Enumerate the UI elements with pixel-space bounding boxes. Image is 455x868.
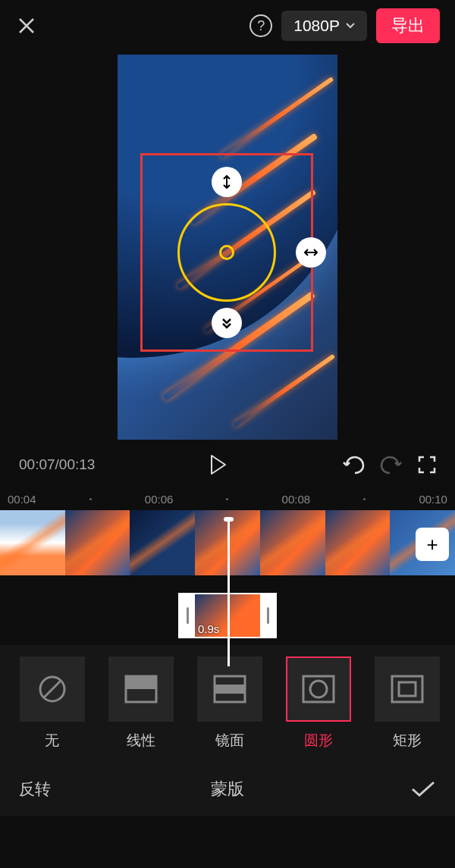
resolution-dropdown[interactable]: 1080P <box>281 11 367 41</box>
export-button[interactable]: 导出 <box>376 8 440 43</box>
clip-trim-left[interactable] <box>180 594 195 637</box>
resolution-label: 1080P <box>293 17 340 35</box>
time-display: 00:07/00:13 <box>19 456 95 473</box>
clip-duration-label: 0.9s <box>198 622 219 635</box>
checkmark-icon <box>410 780 436 798</box>
chevron-down-icon <box>346 23 355 29</box>
play-button[interactable] <box>209 454 228 475</box>
help-button[interactable]: ? <box>249 14 272 37</box>
fullscreen-icon <box>418 456 436 474</box>
undo-button[interactable] <box>342 455 365 475</box>
mask-feather-handle[interactable] <box>212 308 242 338</box>
preview-frame <box>118 55 337 440</box>
svg-line-1 <box>44 681 61 697</box>
double-chevron-down-icon <box>220 316 234 330</box>
linear-icon <box>124 674 158 704</box>
ruler-mark: 00:10 <box>419 493 447 506</box>
close-button[interactable] <box>15 14 38 37</box>
add-clip-button[interactable]: + <box>416 528 449 561</box>
mask-circle-outline <box>177 203 276 302</box>
preview-area[interactable] <box>0 52 455 442</box>
invert-button[interactable]: 反转 <box>19 779 51 800</box>
clip-thumbnail[interactable] <box>65 510 130 575</box>
clip-thumbnail[interactable] <box>130 510 195 575</box>
mask-center-point <box>219 245 234 260</box>
mask-option-circle[interactable]: 圆形 <box>281 656 355 763</box>
ruler-mark: 00:06 <box>145 493 174 506</box>
play-icon <box>209 454 228 475</box>
mask-vertical-handle[interactable] <box>212 167 242 197</box>
mask-option-label: 圆形 <box>304 731 333 750</box>
mask-option-mirror[interactable]: 镜面 <box>193 656 266 763</box>
rect-icon <box>391 674 424 704</box>
panel-title: 蒙版 <box>211 778 244 801</box>
clip-thumbnail[interactable] <box>0 510 65 575</box>
mirror-icon <box>213 674 246 704</box>
mask-option-rect[interactable]: 矩形 <box>370 656 444 763</box>
svg-rect-3 <box>126 676 156 689</box>
mask-option-linear[interactable]: 线性 <box>104 656 177 763</box>
circle-icon <box>302 674 335 704</box>
mask-option-none[interactable]: 无 <box>15 656 89 763</box>
mask-option-label: 线性 <box>127 731 155 750</box>
mask-horizontal-handle[interactable] <box>296 237 326 268</box>
clip-thumbnail[interactable] <box>325 510 391 575</box>
svg-rect-9 <box>399 682 416 696</box>
none-icon <box>37 674 67 704</box>
mask-option-label: 镜面 <box>215 731 244 750</box>
horizontal-arrow-icon <box>304 246 318 259</box>
ruler-mark: 00:04 <box>8 493 36 506</box>
mask-option-label: 无 <box>45 731 59 750</box>
mask-option-label: 矩形 <box>393 731 422 750</box>
redo-button[interactable] <box>380 455 403 475</box>
svg-rect-5 <box>215 685 245 694</box>
redo-icon <box>380 455 403 475</box>
clip-trim-right[interactable] <box>260 594 275 637</box>
confirm-button[interactable] <box>410 780 436 798</box>
undo-icon <box>342 455 365 475</box>
svg-point-7 <box>310 681 327 697</box>
vertical-arrow-icon <box>220 175 234 189</box>
mask-bounding-box[interactable] <box>140 153 313 352</box>
timeline-ruler[interactable]: 00:04 00:06 00:08 00:10 <box>0 487 455 510</box>
svg-rect-8 <box>392 676 422 702</box>
fullscreen-button[interactable] <box>418 456 436 474</box>
ruler-mark: 00:08 <box>282 493 311 506</box>
playhead[interactable] <box>228 519 230 666</box>
clip-thumbnail[interactable] <box>260 510 325 575</box>
